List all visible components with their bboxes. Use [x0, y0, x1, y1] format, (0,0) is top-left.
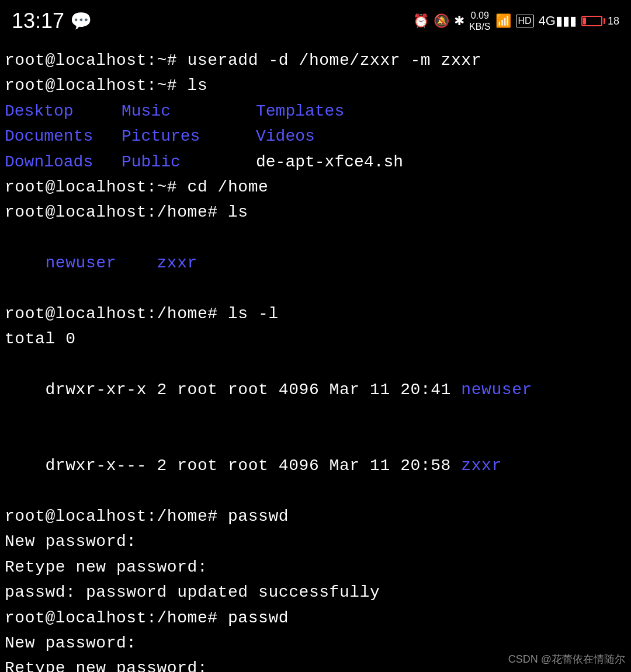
signal-icon: 4G▮▮▮ [539, 13, 577, 29]
battery-indicator: 18 [581, 15, 619, 27]
data-speed: 0.09KB/S [469, 10, 490, 32]
ls-l-zxxr: drwxr-x--- 2 root root 4096 Mar 11 20:58… [5, 428, 626, 504]
ls-output-row3: Downloads Public de-apt-xfce4.sh [5, 149, 626, 175]
cmd-useradd: root@localhost:~# useradd -d /home/zxxr … [5, 48, 626, 73]
wifi-icon: 📶 [495, 13, 511, 29]
cmd-ls: root@localhost:~# ls [5, 73, 626, 98]
ls-output-row1: Desktop Music Templates [5, 99, 626, 124]
dir-videos: Videos [256, 124, 626, 149]
passwd-retype-1: Retype new password: [5, 555, 626, 580]
alarm-icon: ⏰ [413, 13, 429, 29]
cmd-ls-l: root@localhost:/home# ls -l [5, 301, 626, 326]
dir-downloads: Downloads [5, 149, 122, 175]
dir-music: Music [122, 99, 256, 124]
battery-label: 18 [608, 15, 619, 27]
dir-pictures: Pictures [122, 124, 256, 149]
time-display: 13:17 [12, 9, 64, 33]
dir-templates: Templates [256, 99, 626, 124]
wechat-icon: 💬 [70, 11, 92, 32]
cmd-ls-home: root@localhost:/home# ls [5, 200, 626, 225]
status-bar: 13:17 💬 ⏰ 🔕 ✱ 0.09KB/S 📶 HD 4G▮▮▮ 18 [0, 0, 631, 42]
dir-documents: Documents [5, 124, 122, 149]
ls-total: total 0 [5, 326, 626, 351]
passwd-success-1: passwd: password updated successfully [5, 580, 626, 605]
terminal: root@localhost:~# useradd -d /home/zxxr … [0, 42, 631, 672]
dir-zxxr: zxxr [157, 254, 197, 272]
ls-l-newuser: drwxr-xr-x 2 root root 4096 Mar 11 20:41… [5, 352, 626, 428]
cmd-passwd-2: root@localhost:/home# passwd [5, 605, 626, 631]
file-script: de-apt-xfce4.sh [256, 149, 626, 175]
bluetooth-icon: ✱ [454, 13, 464, 29]
dir-public: Public [122, 149, 256, 175]
mute-icon: 🔕 [434, 13, 449, 29]
ls-output-row2: Documents Pictures Videos [5, 124, 626, 149]
dir-newuser: newuser [45, 254, 116, 272]
ls-home-output: newuser zxxr [5, 225, 626, 301]
dir-desktop: Desktop [5, 99, 122, 124]
cmd-passwd-1: root@localhost:/home# passwd [5, 504, 626, 529]
hd-badge: HD [516, 15, 534, 27]
passwd-new-1: New password: [5, 529, 626, 554]
cmd-cd-home: root@localhost:~# cd /home [5, 175, 626, 200]
watermark: CSDN @花蕾依在情随尔 [508, 652, 625, 666]
